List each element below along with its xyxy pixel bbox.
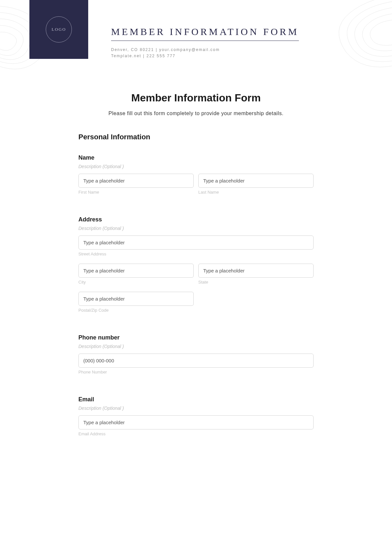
- section-personal-info: Personal Information: [78, 133, 314, 141]
- name-desc: Description (Optional ): [78, 164, 314, 169]
- email-input[interactable]: [78, 415, 314, 429]
- logo-box: LOGO: [29, 0, 88, 59]
- form-title: Member Information Form: [78, 92, 314, 104]
- postal-input[interactable]: [78, 292, 194, 306]
- field-group-name: Name Description (Optional ) First Name …: [78, 154, 314, 200]
- email-desc: Description (Optional ): [78, 406, 314, 411]
- phone-desc: Description (Optional ): [78, 344, 314, 349]
- phone-label: Phone number: [78, 334, 314, 341]
- form-container: Member Information Form Please fill out …: [62, 92, 330, 442]
- header: LOGO MEMBER INFORMATION FORM Denver, CO …: [0, 0, 392, 72]
- phone-sublabel: Phone Number: [78, 370, 314, 374]
- field-group-address: Address Description (Optional ) Street A…: [78, 216, 314, 318]
- email-sublabel: Email Address: [78, 431, 314, 436]
- contact-line1: Denver, CO 80221 | your.company@email.co…: [111, 47, 299, 53]
- contact-line2: Template.net | 222 555 777: [111, 53, 299, 59]
- first-name-sublabel: First Name: [78, 190, 194, 195]
- address-desc: Description (Optional ): [78, 226, 314, 231]
- logo-text: LOGO: [52, 27, 66, 32]
- last-name-sublabel: Last Name: [198, 190, 314, 195]
- field-group-phone: Phone number Description (Optional ) Pho…: [78, 334, 314, 380]
- postal-sublabel: Postal/Zip Code: [78, 308, 194, 313]
- last-name-input[interactable]: [198, 174, 314, 188]
- name-label: Name: [78, 154, 314, 161]
- header-text: MEMBER INFORMATION FORM Denver, CO 80221…: [111, 26, 299, 59]
- topo-decoration-right: [297, 0, 392, 72]
- first-name-input[interactable]: [78, 174, 194, 188]
- field-group-email: Email Description (Optional ) Email Addr…: [78, 396, 314, 442]
- email-label: Email: [78, 396, 314, 403]
- phone-input[interactable]: [78, 354, 314, 368]
- address-label: Address: [78, 216, 314, 223]
- logo-circle: LOGO: [46, 16, 72, 43]
- header-title: MEMBER INFORMATION FORM: [111, 26, 299, 41]
- street-address-sublabel: Street Address: [78, 252, 314, 256]
- state-input[interactable]: [198, 264, 314, 278]
- header-contact: Denver, CO 80221 | your.company@email.co…: [111, 47, 299, 59]
- city-input[interactable]: [78, 264, 194, 278]
- street-address-input[interactable]: [78, 235, 314, 250]
- state-sublabel: State: [198, 280, 314, 285]
- form-subtitle: Please fill out this form completely to …: [78, 111, 314, 116]
- city-sublabel: City: [78, 280, 194, 285]
